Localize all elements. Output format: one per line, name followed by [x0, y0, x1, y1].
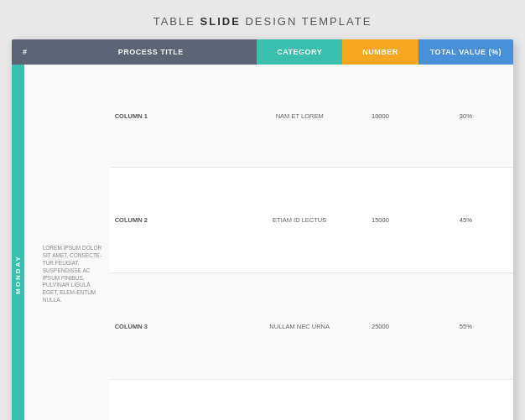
- col-name: COLUMN 2: [110, 168, 257, 273]
- day-label-monday: MONDAY: [12, 65, 39, 420]
- number-value: 15000: [342, 168, 418, 273]
- main-table: # PROCESS TITLE CATEGORY NUMBER TOTAL VA…: [12, 39, 513, 420]
- title-bold: SLIDE: [200, 15, 241, 28]
- col-process-header: PROCESS TITLE: [110, 39, 257, 65]
- total-value: 55%: [418, 273, 513, 379]
- number-value: 10000: [342, 65, 418, 168]
- total-value: 45%: [418, 168, 513, 273]
- col-total-value-header: TOTAL VALUE (%): [418, 39, 513, 65]
- col-desc-header: [39, 39, 110, 65]
- category-value: ETIAM ID LECTUS: [257, 168, 342, 273]
- total-value: 30%: [418, 65, 513, 168]
- page-title: TABLE SLIDE DESIGN TEMPLATE: [153, 15, 372, 28]
- table-wrap: # PROCESS TITLE CATEGORY NUMBER TOTAL VA…: [12, 39, 513, 420]
- table-body: MONDAYLOREM IPSUM DOLOR SIT AMET, CONSEC…: [12, 65, 513, 420]
- col-category-header: CATEGORY: [257, 39, 342, 65]
- col-name: COLUMN 4: [110, 379, 257, 420]
- col-name: COLUMN 3: [110, 273, 257, 379]
- col-hash: #: [12, 39, 39, 65]
- number-value: 25000: [342, 273, 418, 379]
- header-row: # PROCESS TITLE CATEGORY NUMBER TOTAL VA…: [12, 39, 513, 65]
- category-value: NAM ET LOREM: [257, 65, 342, 168]
- col-name: COLUMN 1: [110, 65, 257, 168]
- number-value: 40000: [342, 379, 418, 420]
- category-value: CRAS IN JUSTO: [257, 379, 342, 420]
- group-description: LOREM IPSUM DOLOR SIT AMET, CONSECTE-TUR…: [39, 65, 110, 420]
- col-number-header: NUMBER: [342, 39, 418, 65]
- table-row: MONDAYLOREM IPSUM DOLOR SIT AMET, CONSEC…: [12, 65, 513, 168]
- total-value: 80%: [418, 379, 513, 420]
- card: # PROCESS TITLE CATEGORY NUMBER TOTAL VA…: [12, 39, 513, 420]
- category-value: NULLAM NEC URNA: [257, 273, 342, 379]
